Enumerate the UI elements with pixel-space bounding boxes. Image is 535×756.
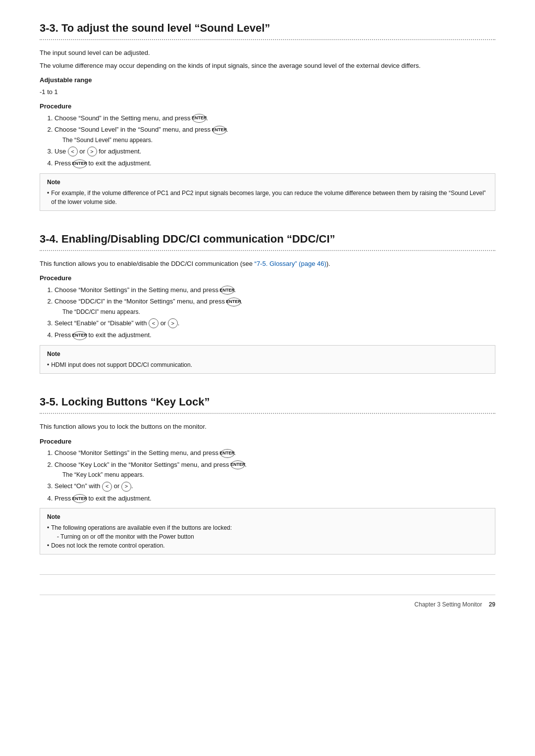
s35-note-bullet1: The following operations are available e…	[47, 523, 488, 532]
s33-steps: Choose “Sound” in the Setting menu, and …	[54, 113, 495, 168]
footer-text: Chapter 3 Setting Monitor 29	[415, 600, 495, 609]
s35-note-bullet2: Does not lock the remote control operati…	[47, 541, 488, 550]
section-35: 3-5. Locking Buttons “Key Lock” This fun…	[40, 394, 495, 554]
left-arrow-btn-2: <	[149, 318, 159, 328]
enter-key-4: ENTER	[220, 286, 234, 295]
enter-key-3: ENTER	[73, 159, 87, 168]
s35-intro: This function allows you to lock the but…	[40, 422, 495, 432]
section-35-divider	[40, 413, 495, 414]
s35-note-dash1: - Turning on or off the monitor with the…	[57, 532, 488, 541]
s34-note-title: Note	[47, 350, 488, 358]
section-33-divider	[40, 39, 495, 40]
s34-note-box: Note HDMI input does not support DDC/CI …	[40, 345, 495, 374]
enter-key-2: ENTER	[213, 126, 226, 135]
enter-key-6: ENTER	[73, 331, 87, 340]
s34-step4: Press ENTER to exit the adjustment.	[54, 330, 495, 340]
s33-step4: Press ENTER to exit the adjustment.	[54, 158, 495, 168]
section-34-title: 3-4. Enabling/Disabling DDC/CI communica…	[40, 231, 495, 247]
section-33-title: 3-3. To adjust the sound level “Sound Le…	[40, 20, 495, 36]
section-35-title: 3-5. Locking Buttons “Key Lock”	[40, 394, 495, 410]
s35-note-title: Note	[47, 512, 488, 521]
s35-step3: Select “On” with < or >.	[54, 481, 495, 492]
section-34-divider	[40, 250, 495, 251]
s35-procedure-label: Procedure	[40, 437, 495, 447]
s35-step1: Choose “Monitor Settings” in the Setting…	[54, 448, 495, 458]
enter-key-8: ENTER	[231, 460, 245, 469]
s33-step2-subnote: The “Sound Level” menu appears.	[62, 136, 495, 145]
enter-key-5: ENTER	[227, 298, 241, 306]
s35-step4: Press ENTER to exit the adjustment.	[54, 494, 495, 504]
s34-step2: Choose “DDC/CI” in the “Monitor Settings…	[54, 297, 495, 316]
s33-note-text: For example, if the volume difference of…	[47, 189, 488, 206]
s33-step2: Choose “Sound Level” in the “Sound” menu…	[54, 125, 495, 145]
s34-step1: Choose “Monitor Settings” in the Setting…	[54, 285, 495, 295]
section-34: 3-4. Enabling/Disabling DDC/CI communica…	[40, 231, 495, 374]
left-arrow-btn-3: <	[102, 482, 112, 492]
s33-step3: Use < or > for adjustment.	[54, 147, 495, 157]
s33-note-title: Note	[47, 178, 488, 187]
s35-step2: Choose “Key Lock” in the “Monitor Settin…	[54, 460, 495, 480]
s33-adjustable-range-label: Adjustable range	[40, 75, 495, 85]
enter-key-9: ENTER	[73, 494, 87, 503]
s33-note-box: Note For example, if the volume differen…	[40, 173, 495, 211]
s35-note-box: Note The following operations are availa…	[40, 508, 495, 554]
s34-procedure-label: Procedure	[40, 273, 495, 283]
right-arrow-btn-2: >	[168, 318, 178, 328]
s34-step3: Select “Enable” or “Disable” with < or >…	[54, 318, 495, 329]
left-arrow-btn-1: <	[68, 147, 78, 156]
s34-link[interactable]: “7-5. Glossary” (page 46)	[255, 260, 326, 267]
enter-key-1: ENTER	[192, 114, 206, 123]
section-33: 3-3. To adjust the sound level “Sound Le…	[40, 20, 495, 211]
s34-step2-subnote: The “DDC/CI” menu appears.	[62, 307, 495, 316]
s33-step1: Choose “Sound” in the Setting menu, and …	[54, 113, 495, 123]
enter-key-7: ENTER	[220, 449, 234, 458]
footer-rule	[40, 574, 495, 575]
s33-range-value: -1 to 1	[40, 87, 495, 97]
s33-intro2: The volume difference may occur dependin…	[40, 61, 495, 71]
s34-steps: Choose “Monitor Settings” in the Setting…	[54, 285, 495, 340]
s33-procedure-label: Procedure	[40, 101, 495, 111]
s34-intro: This function allows you to enable/disab…	[40, 259, 495, 269]
s35-steps: Choose “Monitor Settings” in the Setting…	[54, 448, 495, 503]
right-arrow-btn-3: >	[121, 482, 131, 492]
s33-intro1: The input sound level can be adjusted.	[40, 48, 495, 58]
s34-note-text: HDMI input does not support DDC/CI commu…	[47, 360, 488, 369]
footer: Chapter 3 Setting Monitor 29	[40, 595, 495, 609]
right-arrow-btn-1: >	[87, 147, 97, 156]
s35-step2-subnote: The “Key Lock” menu appears.	[62, 470, 495, 479]
